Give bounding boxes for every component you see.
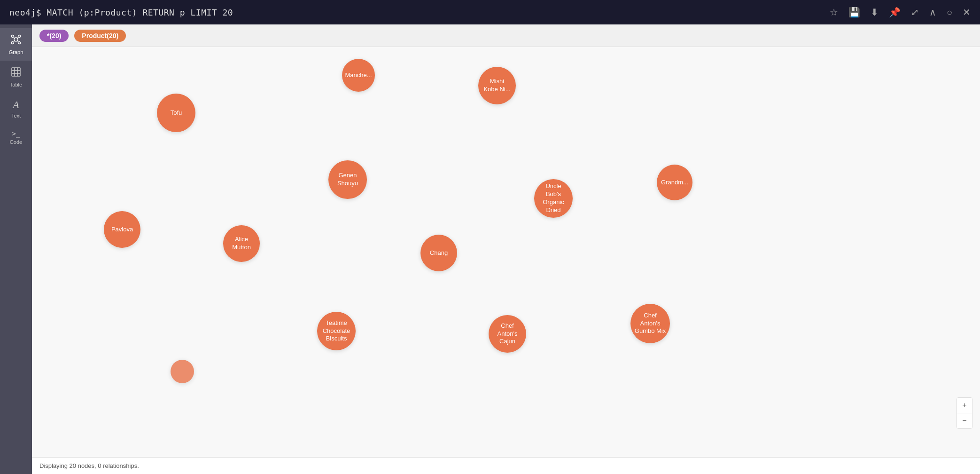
star-icon[interactable]: ☆ [830,7,838,18]
sidebar-item-code[interactable]: >_ Code [0,124,32,150]
node-manche[interactable]: Manche... [342,59,375,92]
status-text: Displaying 20 nodes, 0 relationships. [39,462,139,469]
tag-bar: *(20) Product(20) [32,24,980,47]
graph-icon [10,34,22,47]
sidebar-item-graph[interactable]: Graph [0,28,32,61]
node-tofu[interactable]: Tofu [157,94,195,132]
svg-point-4 [18,42,21,44]
node-chefcajun[interactable]: Chef Anton's Cajun [489,315,526,353]
sidebar-item-table-label: Table [10,82,22,87]
node-mishi[interactable]: Mishi Kobe Ni... [478,67,516,104]
sidebar: Graph Table A Text >_ Code [0,24,32,474]
query-text: neo4j$ MATCH (p:Product) RETURN p LIMIT … [9,8,233,17]
download-icon[interactable]: ⬇ [871,7,879,18]
pin-icon[interactable]: 📌 [889,7,901,18]
zoom-out-button[interactable]: − [957,413,972,428]
chevron-up-icon[interactable]: ∧ [929,7,936,18]
text-icon: A [13,99,19,111]
zoom-controls: +− [957,397,972,429]
code-icon: >_ [12,130,20,137]
node-chang[interactable]: Chang [420,235,457,271]
node-grandm[interactable]: Grandm... [657,165,692,200]
top-bar-icons: ☆ 💾 ⬇ 📌 ⤢ ∧ ○ ✕ [830,7,971,18]
svg-point-1 [12,35,14,38]
sidebar-item-table[interactable]: Table [0,61,32,93]
right-panel: *(20) Product(20) Manche...Mishi Kobe Ni… [32,24,980,474]
status-bar: Displaying 20 nodes, 0 relationships. [32,457,980,474]
top-bar: neo4j$ MATCH (p:Product) RETURN p LIMIT … [0,0,980,24]
svg-point-3 [12,42,14,44]
node-teatime[interactable]: Teatime Chocolate Biscuits [317,312,356,350]
node-partial1[interactable] [171,360,194,383]
node-chefgumbo[interactable]: Chef Anton's Gumbo Mix [630,304,670,343]
sidebar-item-graph-label: Graph [9,49,23,55]
tag-product[interactable]: Product(20) [74,30,126,42]
node-alice[interactable]: Alice Mutton [223,225,260,262]
sidebar-item-text-label: Text [11,113,21,118]
node-pavlova[interactable]: Pavlova [104,211,140,248]
tag-all[interactable]: *(20) [39,30,69,42]
close-icon[interactable]: ✕ [963,7,971,18]
svg-point-2 [18,35,21,38]
svg-rect-9 [12,68,20,76]
table-icon [10,66,22,80]
graph-area[interactable]: Manche...Mishi Kobe Ni...TofuGenen Shouy… [32,47,980,457]
chat-icon[interactable]: ○ [947,7,952,18]
main-layout: Graph Table A Text >_ Code [0,24,980,474]
node-genen[interactable]: Genen Shouyu [328,160,367,199]
save-icon[interactable]: 💾 [848,7,860,18]
expand-icon[interactable]: ⤢ [911,7,919,18]
zoom-in-button[interactable]: + [957,398,972,413]
sidebar-item-text[interactable]: A Text [0,93,32,124]
sidebar-item-code-label: Code [10,139,22,145]
node-uncle[interactable]: Uncle Bob's Organic Dried [534,179,573,218]
